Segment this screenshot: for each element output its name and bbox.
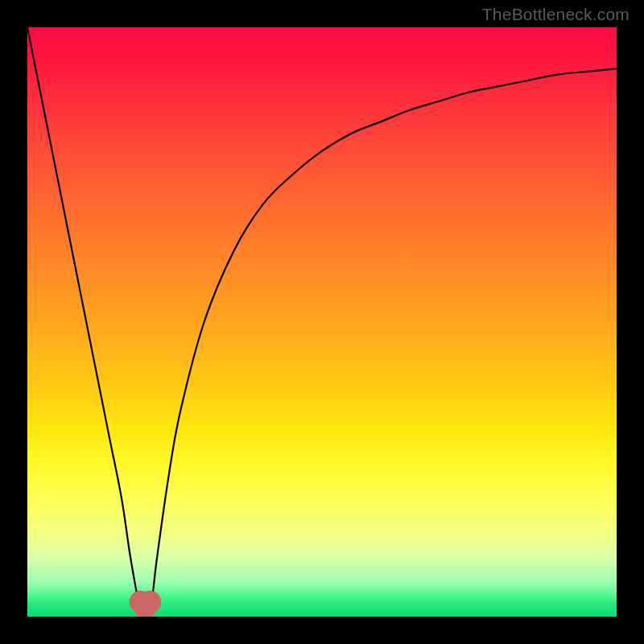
curve-svg — [27, 27, 617, 617]
minimum-markers — [130, 591, 162, 617]
watermark-text: TheBottleneck.com — [482, 5, 630, 24]
minimum-marker — [138, 591, 161, 613]
chart-frame: TheBottleneck.com — [0, 0, 644, 644]
plot-area — [27, 27, 617, 617]
bottleneck-curve-path — [27, 27, 617, 617]
